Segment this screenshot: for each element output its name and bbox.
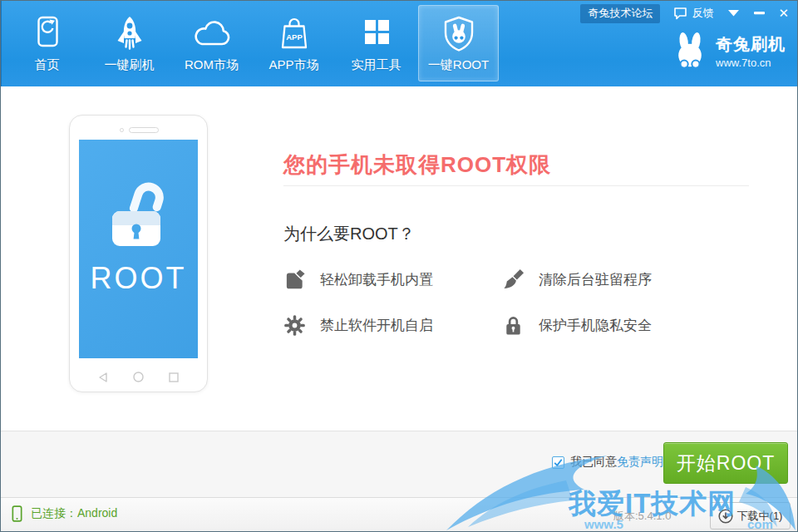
page-title: 您的手机未取得ROOT权限 [283,150,551,180]
rabbit-logo-icon [671,32,709,70]
phone-illustration: ROOT [69,115,208,392]
app-window: 首页 一键刷机 [0,0,798,532]
connection-text: 已连接：Android [31,506,117,521]
phone-connected-icon [11,505,23,523]
close-button[interactable]: ✕ [778,6,789,21]
connection-status: 已连接：Android [11,505,117,523]
minimize-icon [754,12,765,15]
download-icon [718,509,733,524]
status-bar [1,497,797,532]
feature-autostart: 禁止软件开机自启 [283,313,502,337]
tab-tools[interactable]: 实用工具 [336,5,416,81]
agree-label: 我已同意 [570,455,617,470]
disclaimer-link[interactable]: 免责声明 [617,455,663,470]
open-lock-icon [106,176,172,253]
tab-root[interactable]: 一键ROOT [418,5,499,81]
feature-list: 轻松卸载手机内置 清除后台驻留程序 [283,268,749,337]
tab-label: 首页 [35,57,60,73]
titlebar-controls: 奇兔技术论坛 反馈 ✕ [580,4,792,22]
tab-label: APP市场 [268,57,318,73]
phone-nav-buttons [70,372,207,382]
tab-flash[interactable]: 一键刷机 [89,5,170,81]
shield-rabbit-icon [440,12,478,56]
start-root-button[interactable]: 开始ROOT [663,442,788,484]
feature-label: 清除后台驻留程序 [539,270,652,289]
phone-refresh-icon [28,12,66,56]
download-label: 下载中(1) [737,509,783,524]
brush-icon [502,268,525,291]
brand-name: 奇兔刷机 [716,33,786,56]
grid-icon [357,12,396,56]
tab-app-market[interactable]: APP APP市场 [254,5,334,81]
svg-text:APP: APP [286,32,303,42]
rocket-icon [111,12,149,56]
home-circle-icon [133,372,144,382]
tab-home[interactable]: 首页 [7,5,87,81]
uninstall-icon [283,268,306,291]
divider [283,185,749,186]
back-icon [98,372,108,382]
cloud-icon [191,12,233,56]
feature-clean: 清除后台驻留程序 [502,268,749,291]
lock-icon [502,314,525,337]
gear-icon [283,314,306,337]
chevron-down-icon [728,10,739,17]
screen-root-label: ROOT [91,261,187,296]
feature-privacy: 保护手机隐私安全 [502,313,749,337]
main-nav: 首页 一键刷机 [7,5,500,81]
tab-label: 一键刷机 [105,57,155,73]
minimize-button[interactable] [754,12,765,15]
brand-logo: 奇兔刷机 www.7to.cn [671,32,786,70]
agree-checkbox[interactable] [552,456,564,469]
section-title: 为什么要ROOT？ [283,223,415,245]
check-icon [554,458,563,467]
feedback-button[interactable]: 反馈 [673,6,713,21]
speech-bubble-icon [673,7,687,20]
tab-label: 一键ROOT [428,57,489,73]
version-label: 版本:5.4.1.0 [613,509,671,524]
agree-row: 我已同意 免责声明 [552,455,663,470]
phone-speaker [129,127,159,133]
recents-icon [169,372,179,382]
tab-label: 实用工具 [352,57,401,73]
header: 首页 一键刷机 [1,1,797,86]
feedback-label: 反馈 [692,6,713,21]
forum-button[interactable]: 奇兔技术论坛 [580,4,660,23]
feature-label: 禁止软件开机自启 [320,316,433,335]
tab-rom-market[interactable]: ROM市场 [171,5,252,81]
download-button[interactable]: 下载中(1) [710,502,791,530]
feature-label: 轻松卸载手机内置 [320,270,433,289]
app-bag-icon: APP [275,12,313,56]
tab-label: ROM市场 [185,57,239,73]
dropdown-menu-button[interactable] [728,10,739,17]
phone-camera-dot [120,128,124,132]
feature-label: 保护手机隐私安全 [539,316,652,335]
feature-uninstall: 轻松卸载手机内置 [283,268,502,291]
phone-screen: ROOT [79,140,198,358]
brand-url: www.7to.cn [716,57,786,69]
